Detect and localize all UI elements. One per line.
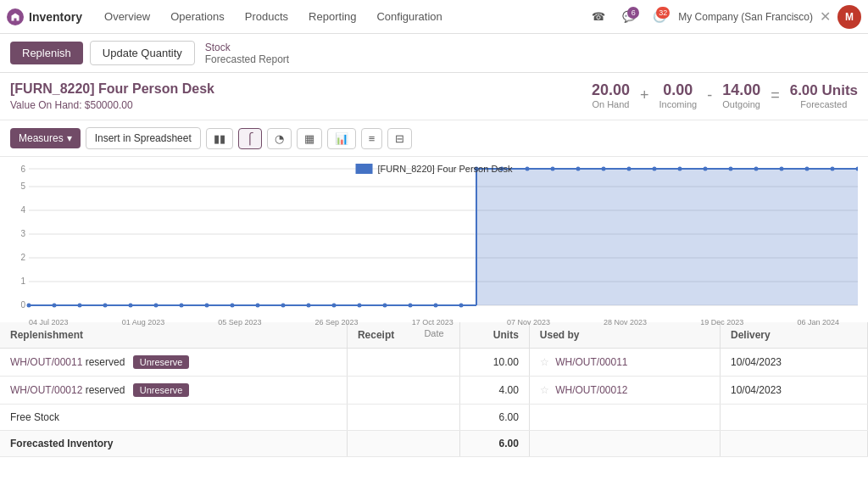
- svg-point-18: [551, 167, 555, 171]
- svg-point-47: [434, 304, 438, 308]
- row1-receipt: [347, 349, 459, 377]
- svg-point-25: [729, 167, 733, 171]
- row2-unreserve-button[interactable]: Unreserve: [133, 383, 190, 397]
- table-icon-btn[interactable]: ▦: [297, 128, 322, 149]
- svg-point-37: [180, 304, 184, 308]
- svg-point-42: [307, 304, 311, 308]
- list2-icon: ⊟: [395, 132, 404, 145]
- row2-usedby-link[interactable]: WH/OUT/00012: [555, 384, 627, 396]
- svg-point-43: [332, 304, 337, 308]
- replenishment-table: Replenishment Receipt Units Used by Deli…: [0, 322, 868, 457]
- user-avatar[interactable]: M: [837, 5, 861, 29]
- svg-point-44: [358, 304, 362, 308]
- measures-chevron-icon: ▾: [67, 132, 72, 144]
- svg-point-21: [627, 167, 632, 171]
- nav-products[interactable]: Products: [236, 7, 297, 26]
- svg-point-34: [103, 304, 108, 308]
- bar2-icon-btn[interactable]: 📊: [327, 128, 356, 149]
- free-stock-delivery: [720, 405, 867, 431]
- list-icon: ≡: [369, 132, 376, 145]
- replenish-button[interactable]: Replenish: [10, 42, 83, 64]
- svg-point-35: [129, 304, 133, 308]
- equals-operator: =: [771, 87, 780, 104]
- svg-point-24: [704, 167, 708, 171]
- svg-point-17: [526, 167, 530, 171]
- svg-point-27: [780, 167, 784, 171]
- free-stock-label: Free Stock: [0, 405, 347, 431]
- line-chart-icon-btn[interactable]: ⎧: [238, 128, 262, 149]
- breadcrumb-stock[interactable]: Stock: [205, 42, 289, 53]
- top-navigation: Inventory Overview Operations Products R…: [0, 0, 868, 34]
- row2-star-icon[interactable]: ☆: [540, 384, 549, 396]
- svg-point-28: [805, 167, 810, 171]
- row2-replenishment-link[interactable]: WH/OUT/00012: [10, 384, 82, 396]
- svg-text:2: 2: [20, 253, 25, 262]
- row2-delivery: 10/04/2023: [720, 377, 867, 405]
- free-stock-units: 6.00: [459, 405, 529, 431]
- forecasted-receipt: [347, 431, 459, 457]
- row1-replenishment: WH/OUT/00011 reserved Unreserve: [0, 349, 347, 377]
- on-hand-value: 20.00: [592, 81, 630, 99]
- insert-spreadsheet-button[interactable]: Insert in Spreadsheet: [86, 127, 201, 149]
- bar-chart-icon-btn[interactable]: ▮▮: [206, 128, 233, 149]
- forecasted-label: Forecasted: [800, 99, 847, 109]
- svg-point-48: [459, 304, 464, 308]
- row2-units: 4.00: [459, 377, 529, 405]
- update-quantity-button[interactable]: Update Quantity: [90, 41, 195, 65]
- value-label: Value On Hand: $: [10, 99, 91, 111]
- row1-star-icon[interactable]: ☆: [540, 356, 549, 368]
- bar2-icon: 📊: [335, 132, 348, 145]
- svg-marker-14: [476, 169, 858, 305]
- product-title: [FURN_8220] Four Person Desk: [10, 81, 214, 97]
- measures-button[interactable]: Measures ▾: [10, 128, 81, 148]
- svg-point-33: [78, 304, 82, 308]
- nav-items: Overview Operations Products Reporting C…: [96, 7, 587, 26]
- svg-point-41: [281, 304, 286, 308]
- free-stock-receipt: [347, 405, 459, 431]
- row1-replenishment-link[interactable]: WH/OUT/00011: [10, 356, 82, 368]
- list2-icon-btn[interactable]: ⊟: [387, 128, 412, 149]
- svg-point-40: [256, 304, 260, 308]
- svg-text:6: 6: [20, 165, 25, 174]
- svg-point-39: [231, 304, 235, 308]
- value-amount[interactable]: 50000.00: [91, 99, 133, 111]
- row1-usedby-link[interactable]: WH/OUT/00011: [555, 356, 627, 368]
- svg-point-46: [409, 304, 413, 308]
- table-icon: ▦: [304, 132, 314, 145]
- activity-icon-btn[interactable]: 🕐 32: [648, 5, 671, 29]
- nav-configuration[interactable]: Configuration: [368, 7, 450, 26]
- svg-point-45: [383, 304, 387, 308]
- product-header: [FURN_8220] Four Person Desk Value On Ha…: [0, 73, 868, 120]
- forecasted-label: Forecasted Inventory: [0, 431, 347, 457]
- outgoing-label: Outgoing: [722, 99, 760, 109]
- on-hand-item: 20.00 On Hand: [592, 81, 630, 109]
- chart-controls: Measures ▾ Insert in Spreadsheet ▮▮ ⎧ ◔ …: [0, 120, 868, 157]
- svg-point-38: [205, 304, 209, 308]
- svg-point-22: [653, 167, 657, 171]
- close-icon[interactable]: ✕: [820, 8, 831, 25]
- pie-chart-icon-btn[interactable]: ◔: [267, 128, 292, 149]
- nav-overview[interactable]: Overview: [96, 7, 159, 26]
- list-icon-btn[interactable]: ≡: [361, 128, 383, 149]
- row2-replenishment-suffix: reserved: [86, 384, 125, 396]
- row1-units: 10.00: [459, 349, 529, 377]
- nav-operations[interactable]: Operations: [162, 7, 233, 26]
- chat-icon-btn[interactable]: 💬 6: [617, 5, 641, 29]
- svg-text:5: 5: [20, 181, 25, 191]
- logo-icon: [7, 8, 24, 25]
- row1-unreserve-button[interactable]: Unreserve: [133, 355, 190, 369]
- product-info: [FURN_8220] Four Person Desk Value On Ha…: [10, 81, 214, 111]
- phone-icon-btn[interactable]: ☎: [587, 5, 610, 29]
- nav-reporting[interactable]: Reporting: [300, 7, 364, 26]
- chart-area: [FURN_8220] Four Person Desk 0 1 2 3 4 5…: [0, 157, 868, 322]
- app-logo[interactable]: Inventory: [7, 8, 82, 25]
- svg-text:0: 0: [20, 300, 25, 310]
- measures-label: Measures: [19, 132, 64, 144]
- row2-receipt: [347, 377, 459, 405]
- chart-legend: [FURN_8220] Four Person Desk: [356, 164, 513, 174]
- product-value: Value On Hand: $50000.00: [10, 99, 214, 111]
- bar-chart-icon: ▮▮: [214, 132, 225, 145]
- plus-operator: +: [640, 87, 649, 104]
- activity-badge: 32: [656, 7, 670, 19]
- free-stock-row: Free Stock 6.00: [0, 405, 868, 431]
